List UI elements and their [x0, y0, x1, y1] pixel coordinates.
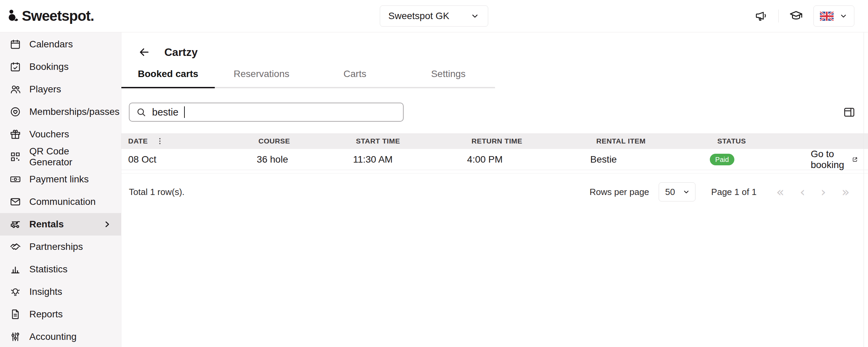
page-title: Cartzy	[164, 46, 198, 59]
sidebar-item-label: Players	[29, 84, 61, 95]
sidebar-item-rentals[interactable]: Rentals	[0, 213, 121, 236]
cell-return-time: 4:00 PM	[467, 154, 590, 165]
table-header: DATE COURSE START TIME RETURN TIME RENTA…	[121, 133, 868, 149]
rows-per-page-select[interactable]: 50	[659, 182, 695, 201]
cell-rental-item: Bestie	[590, 154, 709, 165]
rows-per-page-label: Rows per page	[589, 187, 649, 197]
page-info-text: Page 1 of 1	[711, 187, 757, 197]
search-input[interactable]: bestie	[129, 103, 404, 122]
sidebar-item-players[interactable]: Players	[0, 78, 121, 101]
last-page-icon[interactable]: »	[842, 185, 850, 198]
gift-icon	[10, 129, 21, 140]
handshake-icon	[10, 241, 21, 253]
sweetspot-logo-icon	[8, 9, 19, 24]
cell-course: 36 hole	[257, 154, 353, 165]
topbar-divider	[778, 10, 779, 22]
language-selector[interactable]	[813, 5, 854, 27]
sidebar-item-label: Reports	[29, 309, 63, 320]
sidebar-item-statistics[interactable]: Statistics	[0, 258, 121, 281]
users-icon	[10, 84, 21, 95]
club-selector[interactable]: Sweetspot GK	[380, 5, 488, 27]
tab-bar: Booked carts Reservations Carts Settings	[121, 69, 495, 88]
rows-per-page-value: 50	[665, 187, 675, 197]
topbar: Sweetspot. Sweetspot GK	[0, 0, 868, 32]
sidebar-item-label: Calendars	[29, 39, 73, 50]
date-filter-icon[interactable]	[843, 106, 856, 119]
arrow-left-icon	[138, 46, 151, 59]
sidebar-item-bookings[interactable]: Bookings	[0, 56, 121, 78]
tab-carts[interactable]: Carts	[308, 69, 402, 88]
next-page-icon[interactable]: ›	[821, 185, 826, 198]
sidebar-item-calendars[interactable]: Calendars	[0, 33, 121, 56]
text-caret	[184, 106, 185, 118]
column-header-date: DATE	[128, 137, 148, 145]
sidebar-item-label: Bookings	[29, 61, 69, 72]
sliders-icon	[10, 331, 21, 343]
column-header-status: STATUS	[717, 137, 820, 145]
table-footer: Total 1 row(s). Rows per page 50 Page 1 …	[129, 182, 854, 201]
sidebar-item-label: Insights	[29, 286, 62, 297]
sidebar-item-accounting[interactable]: Accounting	[0, 326, 121, 347]
sidebar-item-memberships[interactable]: Memberships/passes	[0, 101, 121, 123]
sidebar-item-partnerships[interactable]: Partnerships	[0, 236, 121, 258]
heart-badge-icon	[10, 106, 21, 118]
table-row[interactable]: 08 Oct 36 hole 11:30 AM 4:00 PM Bestie P…	[121, 149, 868, 170]
report-icon	[10, 308, 21, 320]
column-header-course: COURSE	[258, 137, 356, 145]
tab-reservations[interactable]: Reservations	[215, 69, 308, 88]
tab-booked-carts[interactable]: Booked carts	[121, 69, 215, 88]
back-button[interactable]	[138, 46, 151, 59]
status-badge: Paid	[710, 154, 734, 165]
search-icon	[136, 107, 147, 118]
external-link-icon	[852, 155, 858, 164]
sidebar-item-communication[interactable]: Communication	[0, 191, 121, 213]
sidebar-item-label: QR Code Generator	[29, 146, 112, 168]
tab-settings[interactable]: Settings	[402, 69, 495, 88]
column-header-return-time: RETURN TIME	[472, 137, 596, 145]
graduation-cap-icon[interactable]	[789, 9, 803, 23]
table-bottom-divider	[121, 170, 868, 174]
scrollbar-track[interactable]	[864, 32, 864, 347]
go-to-booking-link[interactable]: Go to booking	[811, 149, 858, 170]
column-header-start-time: START TIME	[356, 137, 472, 145]
go-to-booking-label: Go to booking	[811, 149, 848, 170]
lightbulb-icon	[10, 286, 21, 298]
column-header-rental-item: RENTAL ITEM	[596, 137, 717, 145]
sidebar-item-payment-links[interactable]: Payment links	[0, 168, 121, 191]
sidebar-item-label: Memberships/passes	[29, 106, 120, 117]
bar-chart-icon	[10, 263, 21, 275]
logo-text: Sweetspot.	[22, 8, 94, 24]
cell-date: 08 Oct	[121, 154, 257, 165]
sidebar-item-insights[interactable]: Insights	[0, 281, 121, 303]
qr-code-icon	[10, 151, 21, 163]
uk-flag-icon	[820, 12, 834, 21]
chevron-right-icon	[102, 219, 112, 229]
calendar-check-icon	[10, 61, 21, 73]
sidebar-item-label: Accounting	[29, 331, 77, 342]
sidebar-item-label: Rentals	[29, 219, 64, 230]
first-page-icon[interactable]: «	[776, 185, 784, 198]
cell-start-time: 11:30 AM	[353, 154, 467, 165]
sweetspot-logo: Sweetspot.	[8, 8, 94, 24]
search-value: bestie	[152, 107, 178, 118]
sidebar-item-reports[interactable]: Reports	[0, 303, 121, 326]
sidebar-item-label: Partnerships	[29, 241, 83, 252]
sidebar-item-vouchers[interactable]: Vouchers	[0, 123, 121, 146]
sidebar-item-label: Statistics	[29, 264, 68, 275]
golf-cart-icon	[10, 218, 21, 230]
mail-icon	[10, 196, 21, 208]
club-selector-value: Sweetspot GK	[388, 11, 449, 21]
sidebar-item-label: Communication	[29, 196, 96, 207]
pagination-controls: « ‹ › »	[776, 185, 850, 198]
column-menu-icon[interactable]	[155, 137, 164, 146]
main-content: Cartzy Booked carts Reservations Carts S…	[121, 32, 868, 347]
megaphone-icon[interactable]	[754, 9, 768, 23]
chevron-down-icon	[839, 12, 848, 20]
chevron-down-icon	[682, 188, 690, 196]
chevron-down-icon	[470, 11, 480, 21]
sidebar: Calendars Bookings Players Memberships/p…	[0, 32, 121, 347]
previous-page-icon[interactable]: ‹	[800, 185, 805, 198]
calendar-icon	[10, 39, 21, 50]
sidebar-item-qr-code-generator[interactable]: QR Code Generator	[0, 146, 121, 168]
banknote-icon	[10, 174, 21, 185]
